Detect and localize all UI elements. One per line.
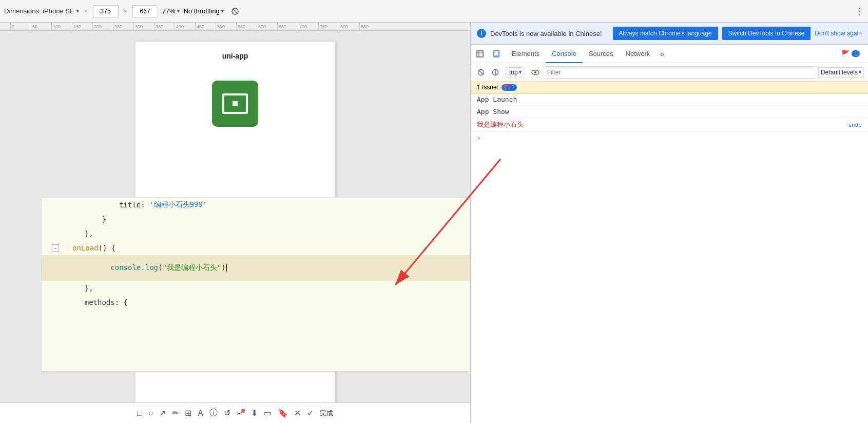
console-row-text-chinese: 我是编程小石头 <box>477 120 524 129</box>
bt-text[interactable]: A <box>198 409 203 418</box>
code-line: } <box>42 212 470 226</box>
uni-logo <box>212 81 258 127</box>
top-selector[interactable]: top ▾ <box>506 67 525 78</box>
issue-text: 1 Issue: <box>477 84 498 91</box>
bt-rectangle[interactable]: □ <box>137 409 142 418</box>
console-prompt: › <box>471 132 868 144</box>
dimensions-chevron: ▾ <box>76 8 79 14</box>
bt-done[interactable]: 完成 <box>320 409 333 418</box>
code-editor: title: '编程小石头999' } }, − onLoad() { cons… <box>41 197 470 372</box>
bt-phone[interactable]: ▭ <box>264 408 272 418</box>
main-area: 0 50 100 150 200 250 300 350 400 450 500… <box>0 23 868 423</box>
zoom-selector[interactable]: 77% ▾ <box>162 7 180 15</box>
bt-check[interactable]: ✓ <box>307 408 314 418</box>
ruler-mark: 100 <box>51 23 72 31</box>
default-levels-selector[interactable]: Default levels ▾ <box>818 67 864 78</box>
info-icon: i <box>477 29 486 38</box>
code-line: methods: { <box>42 295 470 310</box>
eye-icon[interactable] <box>529 66 542 79</box>
code-string: '编程小石头999' <box>149 200 207 209</box>
code-text: }, <box>67 229 93 238</box>
switch-chinese-button[interactable]: Switch DevTools to Chinese <box>722 27 811 40</box>
prompt-chevron: › <box>477 134 481 142</box>
svg-point-14 <box>534 71 536 73</box>
no-throttling-icon[interactable] <box>228 4 242 18</box>
more-options-icon[interactable]: ⋮ <box>855 6 864 17</box>
issues-count: 1 <box>852 50 860 57</box>
dimensions-selector[interactable]: Dimensions: iPhone SE ▾ <box>4 7 79 15</box>
ruler-mark: 500 <box>216 23 236 31</box>
ruler-mark: 300 <box>133 23 154 31</box>
more-tabs-button[interactable]: » <box>656 45 668 63</box>
code-text: } <box>67 215 106 223</box>
bt-rotate[interactable]: ↺ <box>224 408 230 418</box>
svg-line-10 <box>479 70 483 74</box>
tab-elements[interactable]: Elements <box>506 45 546 63</box>
bt-bookmark[interactable]: 🔖 <box>278 408 288 418</box>
code-text: onLoad() { <box>67 244 115 252</box>
dont-show-again-button[interactable]: Don't show again <box>815 30 862 37</box>
top-chevron: ▾ <box>519 69 522 75</box>
tab-issues-badge[interactable]: 🚩 1 <box>835 45 866 63</box>
preview-pane: 0 50 100 150 200 250 300 350 400 450 500… <box>0 23 470 423</box>
bt-cut[interactable]: ✂ <box>237 409 245 417</box>
bt-info[interactable]: ⓘ <box>209 408 218 418</box>
bt-grid[interactable]: ⊞ <box>185 408 191 418</box>
svg-line-1 <box>233 9 238 14</box>
always-match-button[interactable]: Always match Chrome's language <box>613 27 718 40</box>
top-toolbar: Dimensions: iPhone SE ▾ × × 77% ▾ No thr… <box>0 0 868 23</box>
filter-input[interactable] <box>544 66 816 79</box>
ruler-horizontal: 0 50 100 150 200 250 300 350 400 450 500… <box>0 23 470 31</box>
code-text: console.log("我是编程小石头") <box>67 255 227 281</box>
collapse-button[interactable]: − <box>52 244 59 252</box>
tab-console[interactable]: Console <box>546 45 583 63</box>
levels-label: Default levels <box>821 69 858 76</box>
bottom-toolbar: □ ○ ↗ ✏ ⊞ A ⓘ ↺ ✂ ⬇ ▭ 🔖 ✕ ✓ 完成 <box>0 402 470 423</box>
console-row-text: App Launch <box>477 95 517 103</box>
levels-chevron: ▾ <box>859 69 861 75</box>
ruler-mark: 450 <box>195 23 216 31</box>
ruler-mark: 350 <box>154 23 175 31</box>
inspect-element-icon[interactable] <box>473 47 487 61</box>
ruler-marks: 0 50 100 150 200 250 300 350 400 450 500… <box>10 23 380 31</box>
bt-arrow[interactable]: ↗ <box>159 408 166 418</box>
tab-sources[interactable]: Sources <box>583 45 620 63</box>
code-text: methods: { <box>67 298 128 306</box>
dimensions-label: Dimensions: iPhone SE <box>4 7 74 15</box>
ruler-mark: 200 <box>92 23 113 31</box>
device-icon[interactable] <box>489 47 504 61</box>
zoom-chevron: ▾ <box>177 8 180 14</box>
height-input[interactable] <box>132 5 158 17</box>
console-row-link-chinese[interactable]: inde <box>848 122 862 128</box>
bt-pen[interactable]: ✏ <box>172 408 179 418</box>
notification-text: DevTools is now available in Chinese! <box>490 30 609 37</box>
console-row-text: App Show <box>477 108 509 116</box>
width-input[interactable] <box>93 5 119 17</box>
separator-1: × <box>84 8 88 15</box>
ruler-mark: 600 <box>257 23 277 31</box>
ruler-mark: 50 <box>31 23 51 31</box>
throttling-selector[interactable]: No throttling ▾ <box>184 7 224 15</box>
ruler-mark: 700 <box>298 23 318 31</box>
ruler-mark: 400 <box>175 23 195 31</box>
console-output: App Launch App Show 我是编程小石头 inde › <box>471 93 868 423</box>
issues-icon: 🚩 <box>841 50 850 57</box>
bt-close[interactable]: ✕ <box>294 408 301 418</box>
ruler-mark: 0 <box>10 23 31 31</box>
bt-circle[interactable]: ○ <box>148 409 153 418</box>
clear-console-icon[interactable] <box>475 66 487 79</box>
top-label: top <box>509 69 518 76</box>
devtools-tabs: Elements Console Sources Network » 🚩 1 <box>471 45 868 63</box>
console-toolbar: top ▾ Default levels ▾ <box>471 63 868 82</box>
uni-logo-inner <box>222 93 248 114</box>
block-icon[interactable] <box>489 66 501 79</box>
issue-badge: 🚩 1 <box>501 84 517 91</box>
ruler-mark: 750 <box>318 23 339 31</box>
issue-bar: 1 Issue: 🚩 1 <box>471 82 868 93</box>
bt-download[interactable]: ⬇ <box>251 408 258 418</box>
zoom-label: 77% <box>162 7 176 15</box>
tab-network[interactable]: Network <box>620 45 657 63</box>
ruler-mark: 550 <box>236 23 257 31</box>
devtools-pane: i DevTools is now available in Chinese! … <box>470 23 868 423</box>
devtools-notification: i DevTools is now available in Chinese! … <box>471 23 868 45</box>
